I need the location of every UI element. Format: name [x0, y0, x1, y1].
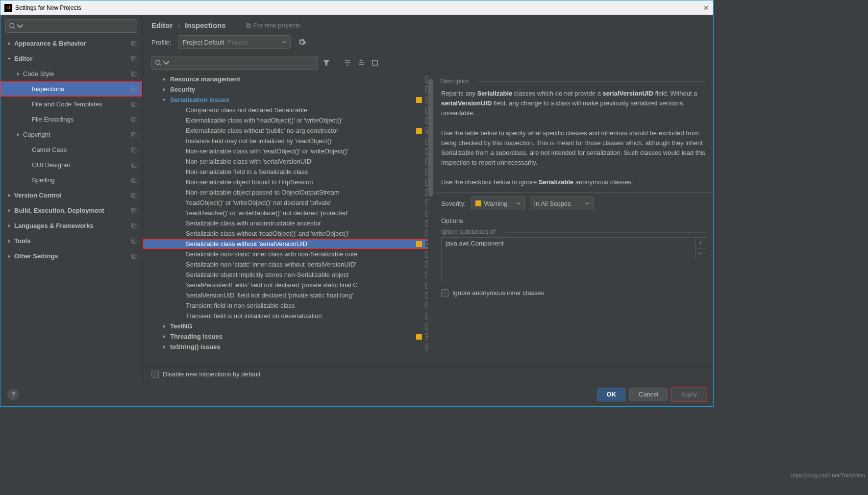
inspection-item[interactable]: Serializable class without 'serialVersio…: [143, 239, 434, 249]
svg-rect-30: [131, 254, 135, 257]
ignore-anonymous-label: Ignore anonymous inner classes: [452, 289, 544, 297]
inspection-group[interactable]: toString() issues: [143, 342, 434, 352]
svg-rect-27: [133, 224, 136, 228]
disable-new-label: Disable new inspections by default: [163, 371, 260, 378]
crumb-inspections: Inspections: [185, 21, 225, 29]
sidebar-item-languages-frameworks[interactable]: Languages & Frameworks: [0, 218, 142, 233]
warning-icon: [416, 241, 422, 247]
inspection-item[interactable]: 'readResolve()' or 'writeReplace()' not …: [143, 208, 434, 218]
svg-rect-6: [131, 72, 135, 75]
sidebar-item-inspections[interactable]: Inspections: [0, 81, 142, 97]
svg-rect-32: [247, 24, 249, 26]
description-text: Reports any Serializable classes which d…: [434, 87, 713, 192]
severity-label: Severity:: [441, 200, 466, 207]
sidebar-item-editor[interactable]: Editor: [0, 51, 142, 66]
sidebar-item-spelling[interactable]: Spelling: [0, 173, 142, 188]
description-title: Description: [434, 74, 713, 87]
inspection-item[interactable]: Serializable non-'static' inner class wi…: [143, 249, 434, 259]
sidebar-item-camel-case[interactable]: Camel Case: [0, 142, 142, 157]
ok-button[interactable]: OK: [597, 388, 626, 401]
titlebar: IJ Settings for New Projects ✕: [0, 0, 713, 15]
reset-icon[interactable]: [370, 57, 380, 68]
warning-icon: [416, 334, 422, 340]
inspection-item[interactable]: Serializable class with unconstructable …: [143, 218, 434, 228]
sidebar-item-appearance-behavior[interactable]: Appearance & Behavior: [0, 36, 142, 51]
inspection-item[interactable]: Instance field may not be initialized by…: [143, 136, 434, 146]
profile-combo[interactable]: Project Default Project: [178, 35, 291, 49]
crumb-editor[interactable]: Editor: [151, 21, 173, 29]
sidebar-item-build-execution-deployment[interactable]: Build, Execution, Deployment: [0, 203, 142, 218]
inspection-item[interactable]: Serializable object implicitly stores no…: [143, 270, 434, 280]
expand-all-icon[interactable]: [342, 57, 353, 68]
inspection-item[interactable]: Non-serializable field in a Serializable…: [143, 167, 434, 177]
warning-icon: [416, 97, 422, 103]
svg-rect-11: [133, 103, 136, 106]
inspection-item[interactable]: Non-serializable object passed to Object…: [143, 187, 434, 198]
inspection-group[interactable]: Resource management: [143, 74, 434, 84]
close-icon[interactable]: ✕: [703, 4, 709, 12]
inspection-group[interactable]: TestNG: [143, 321, 434, 331]
svg-rect-17: [133, 148, 136, 152]
sidebar-item-gui-designer[interactable]: GUI Designer: [0, 157, 142, 173]
inspection-item[interactable]: Non-serializable class with 'serialVersi…: [143, 156, 434, 167]
sidebar-item-version-control[interactable]: Version Control: [0, 188, 142, 203]
svg-rect-3: [133, 42, 136, 46]
list-item[interactable]: java.awt.Component: [442, 238, 706, 249]
svg-point-34: [156, 60, 160, 65]
inspection-group[interactable]: Security: [143, 84, 434, 95]
collapse-all-icon[interactable]: [356, 57, 367, 68]
sidebar-item-file-encodings[interactable]: File Encodings: [0, 112, 142, 127]
ignore-subclasses-list[interactable]: java.awt.Component + −: [441, 237, 706, 281]
inspection-item[interactable]: 'readObject()' or 'writeObject()' not de…: [143, 198, 434, 208]
sidebar-search-input[interactable]: [5, 19, 137, 33]
add-button[interactable]: +: [695, 238, 706, 248]
gear-icon[interactable]: [298, 38, 306, 47]
inspection-item[interactable]: Transient field is not initialized on de…: [143, 311, 434, 321]
options-title: Options: [441, 217, 706, 224]
svg-rect-5: [133, 57, 136, 61]
inspection-item[interactable]: Non-serializable class with 'readObject(…: [143, 146, 434, 156]
scrollbar[interactable]: [428, 74, 434, 366]
svg-rect-16: [131, 148, 135, 151]
svg-rect-22: [131, 193, 135, 197]
svg-rect-31: [133, 255, 136, 258]
chevron-down-icon: [517, 201, 521, 205]
inspection-item[interactable]: Serializable non-'static' inner class wi…: [143, 259, 434, 270]
disable-new-checkbox[interactable]: [151, 371, 159, 378]
profile-label: Profile:: [151, 39, 171, 46]
scope-combo[interactable]: In All Scopes: [530, 197, 594, 210]
inspection-item[interactable]: Non-serializable object bound to HttpSes…: [143, 177, 434, 187]
svg-rect-26: [131, 223, 135, 227]
inspection-item[interactable]: Externalizable class without 'public' no…: [143, 125, 434, 136]
inspections-search-input[interactable]: [151, 56, 318, 70]
svg-line-1: [14, 27, 16, 29]
svg-rect-8: [131, 87, 135, 90]
svg-rect-15: [133, 133, 136, 137]
window-title: Settings for New Projects: [15, 4, 81, 11]
warning-icon: [416, 128, 422, 134]
inspection-group[interactable]: Threading issues: [143, 331, 434, 342]
severity-combo[interactable]: Warning: [471, 197, 525, 210]
sidebar-item-code-style[interactable]: Code Style: [0, 66, 142, 81]
apply-button[interactable]: Apply: [671, 388, 706, 401]
filter-icon[interactable]: [321, 57, 332, 68]
inspection-item[interactable]: Comparator class not declared Serializab…: [143, 105, 434, 115]
remove-button[interactable]: −: [695, 248, 706, 259]
inspection-item[interactable]: 'serialVersionUID' field not declared 'p…: [143, 290, 434, 300]
sidebar-item-other-settings[interactable]: Other Settings: [0, 248, 142, 264]
inspection-item[interactable]: Externalizable class with 'readObject()'…: [143, 115, 434, 125]
search-icon: [155, 59, 162, 66]
inspection-item[interactable]: Transient field in non-serializable clas…: [143, 300, 434, 311]
svg-rect-9: [133, 88, 136, 91]
sidebar-item-copyright[interactable]: Copyright: [0, 127, 142, 142]
svg-rect-12: [131, 117, 135, 121]
help-button[interactable]: ?: [7, 389, 19, 400]
inspection-group[interactable]: Serialization issues: [143, 95, 434, 105]
cancel-button[interactable]: Cancel: [629, 388, 668, 401]
inspection-item[interactable]: 'serialPersistentFields' field not decla…: [143, 280, 434, 290]
inspections-tree[interactable]: Resource managementSecuritySerialization…: [143, 74, 434, 366]
sidebar-item-file-and-code-templates[interactable]: File and Code Templates: [0, 97, 142, 112]
inspection-item[interactable]: Serializable class without 'readObject()…: [143, 228, 434, 239]
sidebar-item-tools[interactable]: Tools: [0, 233, 142, 248]
ignore-anonymous-checkbox[interactable]: [441, 289, 448, 297]
